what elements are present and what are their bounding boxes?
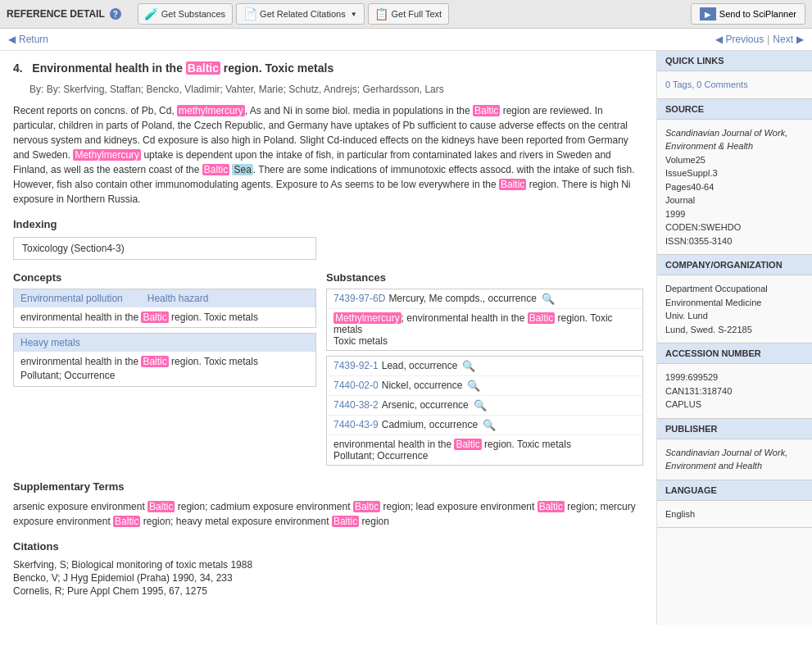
language-title: LANGUAGE xyxy=(657,480,812,501)
source-issue: IssueSuppl.3 xyxy=(665,166,804,180)
concepts-col: Concepts Environmental pollution Health … xyxy=(13,271,316,471)
citations-section: Citations Skerfving, S; Biological monit… xyxy=(13,540,643,597)
two-col: Concepts Environmental pollution Health … xyxy=(13,271,643,471)
citations-title: Citations xyxy=(13,540,643,553)
abstract-highlight-5: Sea xyxy=(232,164,252,175)
substances-title: Substances xyxy=(326,271,643,284)
toolbar: REFERENCE DETAIL ? 🧪 Get Substances 📄 Ge… xyxy=(0,0,812,29)
source-title: SOURCE xyxy=(657,99,812,120)
quick-links-text-link[interactable]: 0 Tags, 0 Comments xyxy=(665,80,748,89)
substance-text-2: environmental health in the Baltic regio… xyxy=(327,435,642,465)
return-label: Return xyxy=(19,34,48,45)
authors: By: By: Skerfving, Staffan; Bencko, Vlad… xyxy=(13,84,643,95)
substance-highlight-methylmercury: Methylmercury xyxy=(333,312,401,324)
send-to-sciplanner-label: Send to SciPlanner xyxy=(719,9,796,19)
get-full-text-button[interactable]: 📋 Get Full Text xyxy=(368,3,450,25)
source-year: 1999 xyxy=(665,207,804,221)
substance-row-arsenic: 7440-38-2 Arsenic, occurrence 🔍 xyxy=(327,396,642,416)
source-pages: Pages40-64 xyxy=(665,180,804,194)
content-area: 4. Environmental health in the Baltic re… xyxy=(0,51,656,625)
language-section: English xyxy=(657,501,812,529)
indexing-box: Toxicology (Section4-3) xyxy=(13,237,316,260)
send-icon: ▶ xyxy=(700,7,716,20)
help-icon[interactable]: ? xyxy=(110,8,121,20)
indexing-title: Indexing xyxy=(13,218,643,230)
search-icon-nickel[interactable]: 🔍 xyxy=(467,380,480,392)
get-related-citations-label: Get Related Citations xyxy=(260,9,346,19)
substance-link-nickel[interactable]: 7440-02-0 xyxy=(333,380,379,391)
main-layout: 4. Environmental health in the Baltic re… xyxy=(0,51,812,625)
supplementary-title: Supplementary Terms xyxy=(13,480,643,493)
reference-detail-label: REFERENCE DETAIL xyxy=(7,8,105,20)
publisher-title: PUBLISHER xyxy=(657,419,812,439)
supp-highlight-4: Baltic xyxy=(113,516,140,527)
send-to-sciplanner-button[interactable]: ▶ Send to SciPlanner xyxy=(691,3,805,25)
accession-section: 1999:699529 CAN131:318740 CAPLUS xyxy=(657,364,812,419)
previous-link[interactable]: Previous xyxy=(726,34,764,45)
article-title-highlight: Baltic xyxy=(186,61,220,75)
article-title-pre: Environmental health in the xyxy=(32,61,183,75)
concept-group-1: Environmental pollution Health hazard en… xyxy=(13,289,316,329)
search-icon-arsenic[interactable]: 🔍 xyxy=(474,399,487,412)
get-substances-label: Get Substances xyxy=(161,9,225,19)
substance-row-nickel: 7440-02-0 Nickel, occurrence 🔍 xyxy=(327,376,642,396)
accession-1: 1999:699529 xyxy=(665,371,804,384)
substance-link-lead[interactable]: 7439-92-1 xyxy=(333,360,379,371)
prev-arrow-icon: ◀ xyxy=(715,34,723,45)
supp-highlight-2: Baltic xyxy=(353,501,380,512)
prev-next: ◀ Previous | Next ▶ xyxy=(715,34,805,45)
quick-links-title: QUICK LINKS xyxy=(657,51,812,71)
indexing-section: Indexing Toxicology (Section4-3) xyxy=(13,218,643,271)
abstract-highlight-1: methylmercury xyxy=(177,105,245,116)
search-icon-mercury[interactable]: 🔍 xyxy=(542,293,555,305)
publisher-journal-italic: Scandinavian Journal of Work, Environmen… xyxy=(665,446,804,473)
quick-links-section: 0 Tags, 0 Comments xyxy=(657,71,812,99)
citation-1: Skerfving, S; Biological monitoring of t… xyxy=(13,559,643,571)
get-substances-button[interactable]: 🧪 Get Substances xyxy=(138,3,233,25)
article-title: 4. Environmental health in the Baltic re… xyxy=(13,61,643,77)
citation-2: Bencko, V; J Hyg Epidemiol (Praha) 1990,… xyxy=(13,572,643,584)
supp-highlight-5: Baltic xyxy=(332,516,359,527)
substance-name-lead: Lead, occurrence xyxy=(382,360,458,371)
substance-name-cadmium: Cadmium, occurrence xyxy=(382,419,478,430)
company-univ: Univ. Lund xyxy=(665,309,804,323)
substance-text-1: Methylmercury; environmental health in t… xyxy=(327,309,642,350)
substances-col: Substances 7439-97-6D Mercury, Me compds… xyxy=(326,271,643,471)
source-section: Scandinavian Journal of Work, Environmen… xyxy=(657,120,812,256)
full-text-icon: 📋 xyxy=(375,7,388,20)
next-link[interactable]: Next xyxy=(773,34,793,45)
substance-name-arsenic: Arsenic, occurrence xyxy=(382,399,469,411)
search-icon-cadmium[interactable]: 🔍 xyxy=(483,419,496,431)
substance-link-arsenic[interactable]: 7440-38-2 xyxy=(333,399,379,411)
concept-body-1: environmental health in the Baltic regio… xyxy=(14,307,315,328)
concept-env-pollution-link[interactable]: Environmental pollution xyxy=(20,293,123,304)
source-journal: Journal xyxy=(665,193,804,207)
sidebar: QUICK LINKS 0 Tags, 0 Comments SOURCE Sc… xyxy=(656,51,812,625)
substance-highlight-baltic-2: Baltic xyxy=(454,439,481,450)
supplementary-section: Supplementary Terms arsenic exposure env… xyxy=(13,480,643,529)
authors-text: By: Skerfving, Staffan; Bencko, Vladimir… xyxy=(47,84,444,95)
source-issn: ISSN:0355-3140 xyxy=(665,234,804,248)
concept-header-1: Environmental pollution Health hazard xyxy=(14,289,315,307)
substance-link-cadmium[interactable]: 7440-43-9 xyxy=(333,419,379,430)
concept-health-hazard-link[interactable]: Health hazard xyxy=(147,293,209,304)
search-icon-lead[interactable]: 🔍 xyxy=(462,360,475,372)
abstract-highlight-3: Methylmercury xyxy=(73,149,141,161)
return-link[interactable]: ◀ Return xyxy=(8,34,48,45)
abstract-highlight-4: Baltic xyxy=(202,164,229,175)
source-volume: Volume25 xyxy=(665,153,804,167)
substance-group-1: 7439-97-6D Mercury, Me compds., occurren… xyxy=(326,289,643,351)
concepts-title: Concepts xyxy=(13,271,316,284)
substance-name-mercury: Mercury, Me compds., occurrence xyxy=(388,293,537,304)
concept-heavy-metals-link[interactable]: Heavy metals xyxy=(20,337,80,348)
supplementary-text: arsenic exposure environment Baltic regi… xyxy=(13,499,643,529)
return-arrow-icon: ◀ xyxy=(8,34,16,45)
get-related-citations-button[interactable]: 📄 Get Related Citations xyxy=(236,3,364,25)
toolbar-left: REFERENCE DETAIL ? xyxy=(7,8,121,20)
abstract-highlight-6: Baltic xyxy=(499,179,526,190)
nav-bar: ◀ Return ◀ Previous | Next ▶ xyxy=(0,29,812,51)
substance-highlight-baltic-1: Baltic xyxy=(528,312,555,324)
company-section: Department Occupational Environmental Me… xyxy=(657,275,812,343)
accession-3: CAPLUS xyxy=(665,398,804,412)
substance-link-mercury[interactable]: 7439-97-6D xyxy=(333,293,385,304)
